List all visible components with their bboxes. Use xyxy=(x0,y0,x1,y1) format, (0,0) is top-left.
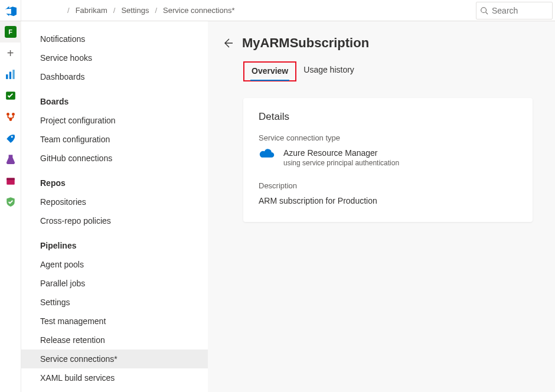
nav-item[interactable]: Service connections* xyxy=(21,349,208,368)
nav-group-title: Boards xyxy=(21,86,208,111)
azure-devops-logo-icon[interactable] xyxy=(0,0,21,21)
search-box[interactable] xyxy=(476,2,553,19)
svg-rect-2 xyxy=(6,74,8,79)
main-content: MyARMSubscription OverviewUsage history … xyxy=(208,21,555,392)
nav-group-title: Repos xyxy=(21,168,208,192)
nav-item[interactable]: Service hooks xyxy=(21,48,208,67)
page-title: MyARMSubscription xyxy=(242,35,369,51)
breadcrumb-org[interactable]: Fabrikam xyxy=(76,6,107,15)
rail-boards[interactable] xyxy=(0,85,21,106)
plus-icon: + xyxy=(7,47,14,60)
description-label: Description xyxy=(259,181,517,190)
nav-item[interactable]: Agent pools xyxy=(21,255,208,274)
card-heading: Details xyxy=(259,111,517,123)
rail-overview[interactable] xyxy=(0,64,21,85)
breadcrumb-area[interactable]: Settings xyxy=(121,6,149,15)
nav-item[interactable]: Settings xyxy=(21,293,208,312)
nav-group-title: Pipelines xyxy=(21,230,208,255)
rail-project[interactable]: F xyxy=(0,21,21,43)
search-icon xyxy=(480,6,488,15)
nav-item[interactable]: Dashboards xyxy=(21,67,208,86)
breadcrumb: / Fabrikam / Settings / Service connecti… xyxy=(0,6,234,15)
settings-sidebar[interactable]: NotificationsService hooksDashboardsBoar… xyxy=(21,21,208,392)
description-text: ARM subscription for Production xyxy=(259,196,517,205)
nav-item[interactable]: Parallel jobs xyxy=(21,274,208,293)
rail-add-button[interactable]: + xyxy=(0,43,21,64)
chart-icon xyxy=(5,69,16,80)
rail-repos[interactable] xyxy=(0,106,21,128)
breadcrumb-page[interactable]: Service connections* xyxy=(163,6,234,15)
rail-security[interactable] xyxy=(0,191,21,213)
nav-item[interactable]: Test management xyxy=(21,312,208,331)
svg-point-9 xyxy=(11,136,12,138)
svg-rect-11 xyxy=(6,178,15,180)
connection-subtext: using service principal authentication xyxy=(283,159,399,167)
board-icon xyxy=(5,90,16,101)
svg-point-0 xyxy=(481,7,487,12)
back-arrow-icon[interactable] xyxy=(222,37,234,49)
nav-item[interactable]: XAML build services xyxy=(21,368,208,387)
svg-rect-4 xyxy=(12,70,14,79)
connection-name: Azure Resource Manager xyxy=(283,148,399,158)
rail-pipelines[interactable] xyxy=(0,128,21,149)
rail-testplans[interactable] xyxy=(0,149,21,170)
svg-point-7 xyxy=(12,113,15,116)
artifacts-icon xyxy=(5,175,16,186)
pipelines-icon xyxy=(5,133,16,143)
tabs: OverviewUsage history xyxy=(243,61,537,81)
nav-item[interactable]: Repositories xyxy=(21,192,208,211)
svg-rect-3 xyxy=(9,72,11,79)
rail-artifacts[interactable] xyxy=(0,170,21,191)
tab-overview[interactable]: Overview xyxy=(246,63,294,80)
svg-line-1 xyxy=(486,12,488,14)
nav-rail: F + xyxy=(0,0,21,392)
search-input[interactable] xyxy=(492,6,545,15)
nav-item[interactable]: Release retention xyxy=(21,331,208,349)
nav-item[interactable]: GitHub connections xyxy=(21,149,208,168)
cloud-icon xyxy=(259,148,275,159)
repos-icon xyxy=(5,112,16,122)
nav-item[interactable]: Notifications xyxy=(21,30,208,48)
testplans-icon xyxy=(5,154,16,165)
nav-item[interactable]: Team configuration xyxy=(21,130,208,149)
nav-item[interactable]: Cross-repo policies xyxy=(21,211,208,230)
highlight-box: Overview xyxy=(243,61,296,81)
tab-usage-history[interactable]: Usage history xyxy=(298,61,360,81)
nav-item[interactable]: Project configuration xyxy=(21,111,208,130)
svg-point-6 xyxy=(6,113,9,116)
top-bar: / Fabrikam / Settings / Service connecti… xyxy=(0,0,555,21)
details-card: Details Service connection type Azure Re… xyxy=(243,98,533,222)
shield-icon xyxy=(5,197,16,207)
type-label: Service connection type xyxy=(259,133,517,142)
